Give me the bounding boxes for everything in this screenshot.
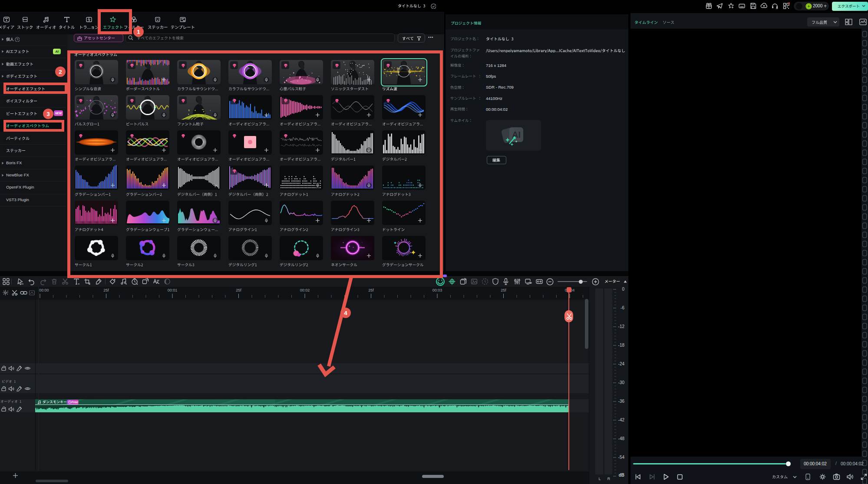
svg-text:25f: 25f xyxy=(501,288,506,292)
svg-text:00:03: 00:03 xyxy=(432,288,442,292)
svg-text:00:01: 00:01 xyxy=(168,288,178,292)
svg-text:25f: 25f xyxy=(103,288,109,292)
svg-text:00:00: 00:00 xyxy=(39,288,49,292)
svg-text:AI: AI xyxy=(512,130,521,139)
svg-text:25f: 25f xyxy=(236,288,241,292)
